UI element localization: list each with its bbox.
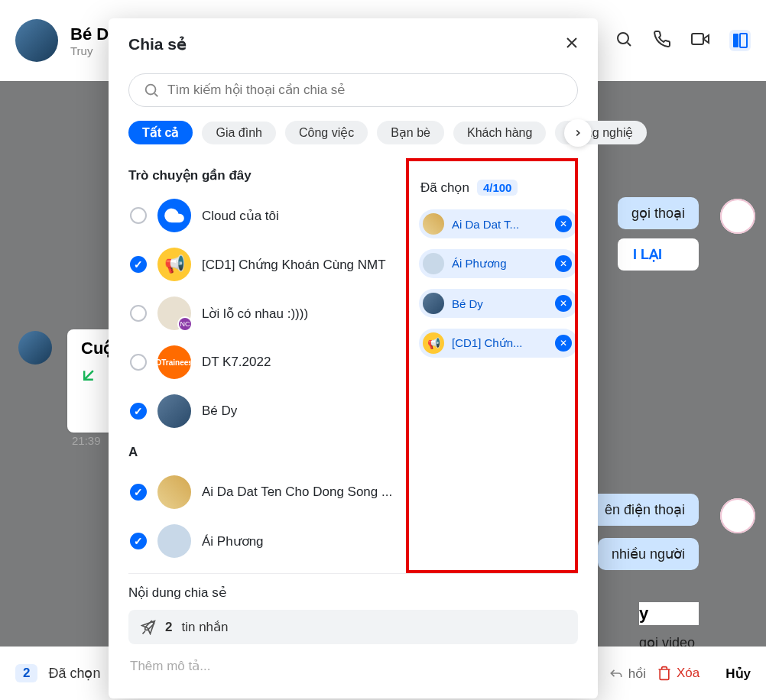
filter-row: Tất cả Gia đình Công việc Bạn bè Khách h… [128, 121, 578, 144]
remove-button[interactable]: ✕ [555, 255, 572, 272]
contact-label: Ai Da Dat Ten Cho Dong Song ... [202, 484, 392, 500]
contact-label: [CD1] Chứng Khoán Cùng NMT [202, 257, 386, 273]
selection-count-badge: 2 [15, 664, 37, 682]
checkbox[interactable] [130, 533, 147, 549]
avatar [423, 253, 444, 274]
selected-item-label: Ái Phương [452, 257, 547, 271]
avatar [157, 199, 191, 232]
share-content-box[interactable]: 2 tin nhắn [128, 610, 578, 644]
avatar [423, 213, 444, 235]
remove-button[interactable]: ✕ [555, 216, 572, 232]
video-icon[interactable] [691, 30, 709, 51]
share-modal: Chia sẻ Tất cả Gia đình Công việc Bạn bè… [109, 18, 598, 698]
search-icon [143, 82, 160, 99]
contact-label: Ái Phương [202, 533, 264, 549]
avatar[interactable] [15, 19, 58, 62]
contact-label: Bé Dy [202, 403, 237, 419]
selected-item-label: Bé Dy [452, 297, 547, 310]
contact-row[interactable]: Cloud của tôi [128, 191, 400, 240]
selected-count-badge: 4/100 [477, 180, 518, 196]
avatar [157, 475, 191, 509]
filter-chip-customers[interactable]: Khách hàng [453, 122, 546, 144]
avatar [423, 293, 444, 314]
checkbox[interactable] [130, 305, 147, 322]
contact-label: Lời lỗ có nhau :)))) [202, 306, 308, 322]
avatar: NC [157, 297, 191, 330]
message-title: y [639, 602, 699, 625]
share-content-title: Nội dung chia sẻ [128, 585, 578, 601]
selected-item-label: Ai Da Dat T... [452, 218, 547, 231]
checkbox[interactable] [130, 403, 147, 420]
contact-label: Cloud của tôi [202, 208, 279, 224]
section-alpha: A [128, 445, 400, 460]
panel-toggle-icon[interactable] [729, 30, 751, 51]
selected-item: Ái Phương ✕ [419, 249, 578, 278]
filter-chip-friends[interactable]: Bạn bè [377, 121, 444, 144]
svg-point-4 [146, 85, 156, 95]
selected-label: Đã chọn [420, 180, 469, 196]
cancel-button[interactable]: Hủy [725, 666, 751, 682]
search-input[interactable] [167, 83, 563, 98]
contact-row[interactable]: Ai Da Dat Ten Cho Dong Song ... [128, 468, 400, 517]
contact-row[interactable]: Bé Dy [128, 387, 400, 436]
svg-rect-2 [733, 34, 738, 47]
description-input[interactable]: Thêm mô tả... [128, 655, 578, 682]
share-count: 2 [165, 620, 172, 635]
selected-panel: Đã chọn 4/100 Ai Da Dat T... ✕ Ái Phương… [406, 158, 578, 573]
selection-label: Đã chọn [48, 665, 100, 682]
avatar: DTrainees [157, 345, 191, 379]
avatar [720, 199, 755, 234]
avatar: 📢 [157, 248, 191, 281]
contact-row[interactable]: Ái Phương [128, 517, 400, 566]
avatar: 📢 [423, 332, 444, 354]
contact-row[interactable]: 📢 [CD1] Chứng Khoán Cùng NMT [128, 240, 400, 289]
section-recent: Trò chuyện gần đây [128, 167, 400, 183]
selected-item: 📢 [CD1] Chứn... ✕ [419, 329, 578, 358]
contact-row[interactable]: NC Lời lỗ có nhau :)))) [128, 289, 400, 338]
call-icon[interactable] [653, 30, 671, 51]
avatar [720, 498, 755, 533]
checkbox[interactable] [130, 207, 147, 224]
filter-chip-work[interactable]: Công việc [285, 121, 368, 144]
timestamp: 21:39 [72, 434, 101, 447]
modal-title: Chia sẻ [128, 35, 578, 53]
reply-button[interactable]: hồi [609, 666, 646, 682]
delete-button[interactable]: Xóa [657, 666, 699, 681]
svg-rect-1 [692, 34, 703, 44]
avatar [157, 394, 191, 428]
share-count-label: tin nhắn [181, 619, 228, 635]
svg-rect-3 [740, 34, 747, 47]
selected-item: Bé Dy ✕ [419, 289, 578, 318]
selected-item-label: [CD1] Chứn... [452, 336, 547, 350]
message-text: nhiều người [598, 538, 699, 570]
search-field[interactable] [128, 73, 578, 107]
search-icon[interactable] [615, 30, 633, 51]
contact-list[interactable]: Trò chuyện gần đây Cloud của tôi 📢 [CD1]… [128, 158, 406, 573]
avatar [18, 331, 52, 365]
message-text: gọi thoại [618, 197, 699, 229]
close-button[interactable] [563, 34, 581, 55]
checkbox[interactable] [130, 484, 147, 501]
filter-chip-all[interactable]: Tất cả [128, 121, 193, 144]
svg-point-0 [618, 33, 628, 44]
selected-item: Ai Da Dat T... ✕ [419, 209, 578, 238]
filter-next-button[interactable] [564, 119, 592, 147]
filter-chip-family[interactable]: Gia đình [202, 122, 275, 144]
contact-row[interactable]: DTrainees DT K7.2022 [128, 338, 400, 387]
remove-button[interactable]: ✕ [555, 335, 572, 352]
checkbox[interactable] [130, 354, 147, 371]
avatar [157, 524, 191, 558]
message-text: ên điện thoại [591, 494, 699, 526]
share-icon [141, 620, 156, 635]
remove-button[interactable]: ✕ [555, 295, 572, 312]
callback-button[interactable]: I LẠI [618, 238, 699, 271]
checkbox[interactable] [130, 256, 147, 273]
chat-subtitle: Truy [70, 44, 109, 57]
chat-title: Bé D [70, 24, 109, 44]
contact-label: DT K7.2022 [202, 355, 271, 370]
